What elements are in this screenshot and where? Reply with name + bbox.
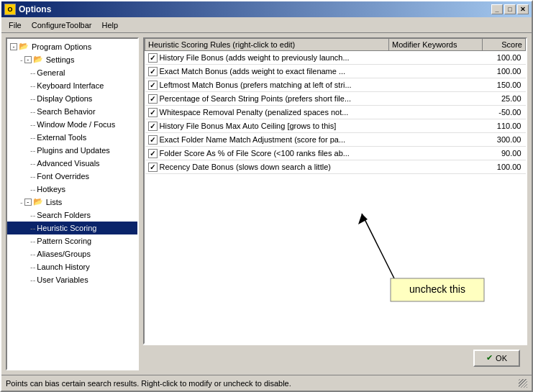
tree-root: - Program Options - - Settings -- Genera… <box>7 39 137 288</box>
status-bar: Points can bias certain search results. … <box>1 375 532 391</box>
table-cell-score-0: 100.00 <box>483 51 526 65</box>
table-row: Recency Date Bonus (slows down search a … <box>145 160 526 174</box>
checkbox-0[interactable] <box>148 53 158 63</box>
tree-item-program-options[interactable]: - Program Options <box>7 40 137 53</box>
table-cell-modifier-1 <box>389 65 483 78</box>
tree-item-aliases-groups[interactable]: -- Aliases/Groups <box>7 247 137 260</box>
checkbox-5[interactable] <box>148 122 158 131</box>
row-label-4: Whitespace Removal Penalty (penalized sp… <box>160 108 349 117</box>
table-cell-score-1: 100.00 <box>483 65 526 78</box>
right-inner: Heuristic Scoring Rules (right-click to … <box>143 37 527 345</box>
resize-grip[interactable] <box>519 379 527 388</box>
menu-bar: File ConfigureToolbar Help <box>1 17 532 33</box>
tree-label-lists: Lists <box>46 198 63 206</box>
tree-label-font-overrides: Font Overrides <box>37 172 89 181</box>
table-row: History File Bonus (adds weight to previ… <box>145 51 526 65</box>
tree-item-external-tools[interactable]: -- External Tools <box>7 131 137 144</box>
tree-item-heuristic-scoring[interactable]: -- Heuristic Scoring <box>7 222 137 234</box>
tree-label-keyboard-interface: Keyboard Interface <box>37 81 104 90</box>
checkbox-1[interactable] <box>148 67 158 76</box>
table-cell-check-1: Exact Match Bonus (adds weight to exact … <box>145 65 389 78</box>
tree-item-settings[interactable]: - - Settings <box>7 53 137 66</box>
row-label-0: History File Bonus (adds weight to previ… <box>160 53 350 62</box>
checkbox-3[interactable] <box>148 94 158 104</box>
tree-label-settings: Settings <box>46 55 75 64</box>
table-cell-check-4: Whitespace Removal Penalty (penalized sp… <box>145 106 389 119</box>
tree-label-launch-history: Launch History <box>37 263 89 271</box>
tree-item-plugins-updates[interactable]: -- Plugins and Updates <box>7 144 137 157</box>
menu-file[interactable]: File <box>4 19 26 31</box>
right-panel: Heuristic Scoring Rules (right-click to … <box>143 37 527 370</box>
table-cell-score-5: 110.00 <box>483 119 526 133</box>
title-bar: O Options _ □ ✕ <box>1 1 532 17</box>
minimize-button[interactable]: _ <box>491 4 503 14</box>
window-title: Options <box>19 4 51 14</box>
expand-lists[interactable]: - <box>24 199 32 206</box>
bottom-bar: ✔ OK <box>143 345 527 370</box>
col-header-score: Score <box>483 39 526 51</box>
checkbox-4[interactable] <box>148 108 158 117</box>
tree-item-keyboard-interface[interactable]: -- Keyboard Interface <box>7 79 137 92</box>
tree-label-external-tools: External Tools <box>37 133 86 142</box>
table-row: Leftmost Match Bonus (prefers matching a… <box>145 78 526 92</box>
row-label-2: Leftmost Match Bonus (prefers matching a… <box>160 81 352 89</box>
tree-label-display-options: Display Options <box>37 94 92 103</box>
ok-check-icon: ✔ <box>486 353 493 363</box>
window-icon: O <box>4 4 16 15</box>
tree-item-font-overrides[interactable]: -- Font Overrides <box>7 170 137 183</box>
tree-label-pattern-scoring: Pattern Scoring <box>37 237 91 245</box>
tree-label-user-variables: User Variables <box>37 275 88 284</box>
tree-item-hotkeys[interactable]: -- Hotkeys <box>7 183 137 196</box>
row-label-7: Folder Score As % of File Score (<100 ra… <box>160 149 350 158</box>
tree-item-window-mode[interactable]: -- Window Mode / Focus <box>7 118 137 131</box>
table-cell-check-6: Exact Folder Name Match Adjustment (scor… <box>145 133 389 147</box>
table-cell-score-3: 25.00 <box>483 92 526 106</box>
maximize-button[interactable]: □ <box>504 4 516 14</box>
col-header-rules: Heuristic Scoring Rules (right-click to … <box>145 39 389 51</box>
table-cell-check-5: History File Bonus Max Auto Ceiling [gro… <box>145 119 389 133</box>
table-cell-check-0: History File Bonus (adds weight to previ… <box>145 51 389 65</box>
table-cell-modifier-7 <box>389 147 483 160</box>
heuristic-table: Heuristic Scoring Rules (right-click to … <box>145 39 526 174</box>
expand-program-options[interactable]: - <box>10 43 17 50</box>
table-row: Exact Match Bonus (adds weight to exact … <box>145 65 526 78</box>
col-header-modifier: Modifier Keywords <box>389 39 483 51</box>
tree-item-search-behavior[interactable]: -- Search Behavior <box>7 105 137 118</box>
folder-open-icon <box>19 42 30 52</box>
table-cell-modifier-5 <box>389 119 483 133</box>
table-cell-modifier-2 <box>389 78 483 92</box>
tree-item-lists[interactable]: - - Lists <box>7 196 137 209</box>
tree-label-program-options: Program Options <box>32 42 91 51</box>
tree-item-search-folders[interactable]: -- Search Folders <box>7 209 137 222</box>
tree-label-search-behavior: Search Behavior <box>37 107 95 116</box>
tree-label-plugins-updates: Plugins and Updates <box>37 146 110 155</box>
close-button[interactable]: ✕ <box>517 4 529 14</box>
status-text: Points can bias certain search results. … <box>6 379 519 388</box>
tree-item-launch-history[interactable]: -- Launch History <box>7 260 137 273</box>
table-cell-score-6: 300.00 <box>483 133 526 147</box>
tree-item-general[interactable]: -- General <box>7 66 137 79</box>
settings-folder-icon <box>33 55 45 65</box>
menu-configure-toolbar[interactable]: ConfigureToolbar <box>27 19 96 31</box>
tree-item-pattern-scoring[interactable]: -- Pattern Scoring <box>7 234 137 247</box>
tree-item-user-variables[interactable]: -- User Variables <box>7 273 137 286</box>
ok-button[interactable]: ✔ OK <box>473 350 520 367</box>
tree-label-hotkeys: Hotkeys <box>37 185 65 193</box>
tree-item-display-options[interactable]: -- Display Options <box>7 92 137 105</box>
tree-item-advanced-visuals[interactable]: -- Advanced Visuals <box>7 157 137 170</box>
row-label-8: Recency Date Bonus (slows down search a … <box>160 163 331 171</box>
table-cell-modifier-3 <box>389 92 483 106</box>
title-buttons: _ □ ✕ <box>491 4 529 14</box>
checkbox-8[interactable] <box>148 163 158 172</box>
checkbox-2[interactable] <box>148 81 158 90</box>
checkbox-7[interactable] <box>148 149 158 158</box>
table-cell-modifier-4 <box>389 106 483 119</box>
checkbox-6[interactable] <box>148 135 158 145</box>
table-row: Folder Score As % of File Score (<100 ra… <box>145 147 526 160</box>
ok-label: OK <box>496 354 507 363</box>
menu-help[interactable]: Help <box>98 19 123 31</box>
table-row: History File Bonus Max Auto Ceiling [gro… <box>145 119 526 133</box>
tree-label-heuristic-scoring: Heuristic Scoring <box>37 224 96 232</box>
left-panel-tree: - Program Options - - Settings -- Genera… <box>6 37 139 370</box>
expand-settings[interactable]: - <box>24 56 32 63</box>
